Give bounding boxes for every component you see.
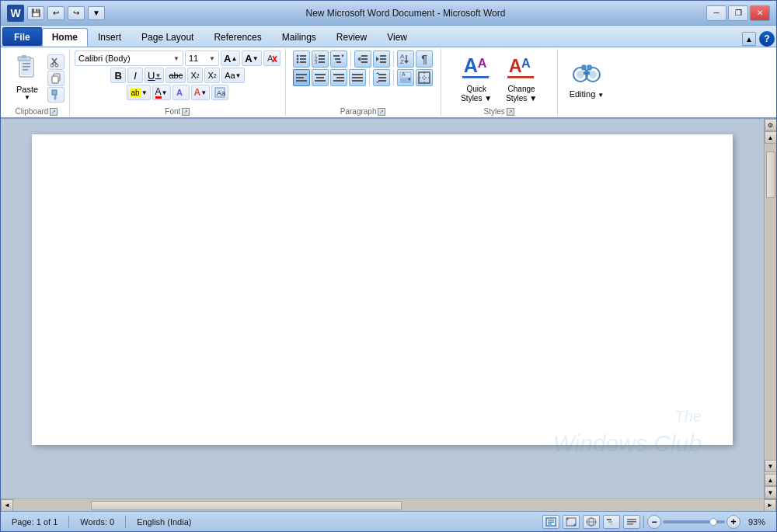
subscript-button[interactable]: X2	[187, 68, 203, 83]
h-scroll-track[interactable]	[13, 500, 764, 511]
borders-button[interactable]	[416, 69, 433, 86]
format-painter-button[interactable]	[47, 87, 64, 103]
show-hide-button[interactable]: ¶	[416, 50, 433, 68]
vertical-scrollbar: ⚙ ▲ ▼ ▲ ▼	[764, 119, 776, 499]
editing-button[interactable]: Editing ▼	[563, 54, 611, 103]
superscript-button[interactable]: X2	[204, 68, 220, 83]
align-left-button[interactable]	[293, 69, 310, 86]
tab-review[interactable]: Review	[326, 28, 377, 47]
decrease-indent-button[interactable]	[354, 50, 371, 68]
h-scroll-thumb[interactable]	[91, 501, 402, 510]
svg-rect-42	[380, 55, 386, 57]
svg-rect-1	[21, 60, 32, 75]
qat-redo-button[interactable]: ↪	[68, 6, 85, 20]
strikethrough-button[interactable]: abc	[166, 68, 186, 83]
print-layout-button[interactable]	[542, 515, 559, 529]
word-count[interactable]: Words: 0	[75, 516, 119, 528]
tab-references[interactable]: References	[204, 28, 271, 47]
change-case-button[interactable]: Aa▼	[221, 68, 244, 83]
styles-group: A A Quick Styles ▼ A A	[441, 49, 558, 116]
draft-button[interactable]	[623, 515, 640, 529]
scroll-up-button[interactable]: ▲	[765, 131, 777, 144]
web-layout-button[interactable]	[583, 515, 600, 529]
document-area[interactable]: The Windows Club	[1, 119, 764, 499]
change-styles-button[interactable]: A A Change Styles ▼	[500, 51, 542, 106]
svg-point-23	[297, 58, 299, 61]
zoom-level[interactable]: 93%	[744, 516, 770, 528]
restore-button[interactable]: ❐	[728, 5, 748, 21]
tab-file[interactable]: File	[2, 27, 42, 46]
svg-marker-92	[573, 523, 576, 526]
font-expand-button[interactable]: ↗	[182, 108, 190, 116]
scroll-widget-button[interactable]: ⚙	[765, 119, 777, 131]
cut-button[interactable]	[47, 54, 64, 70]
scroll-next-page-button[interactable]: ▼	[765, 486, 777, 499]
italic-button[interactable]: I	[127, 68, 143, 83]
svg-rect-84	[582, 65, 586, 70]
tab-insert[interactable]: Insert	[88, 28, 131, 47]
sort-button[interactable]: A Z	[397, 50, 414, 68]
zoom-track[interactable]	[663, 520, 725, 523]
zoom-in-button[interactable]: +	[726, 515, 740, 529]
outline-button[interactable]	[603, 515, 620, 529]
font-size-combo[interactable]: 11 ▼	[185, 50, 219, 66]
styles-expand-button[interactable]: ↗	[507, 108, 514, 116]
svg-marker-91	[566, 518, 570, 521]
qat-customize-button[interactable]: ▼	[88, 6, 105, 20]
minimize-button[interactable]: ─	[706, 5, 726, 21]
editing-group: Editing ▼	[558, 49, 616, 116]
svg-rect-24	[300, 58, 306, 60]
text-highlight-button[interactable]: ab ▼	[127, 85, 151, 100]
scroll-left-button[interactable]: ◄	[1, 499, 13, 512]
scroll-down-button[interactable]: ▼	[765, 460, 777, 472]
paste-button[interactable]: Paste ▼	[9, 51, 46, 105]
scroll-track[interactable]	[765, 144, 776, 460]
align-right-button[interactable]	[330, 69, 347, 86]
scroll-prev-page-button[interactable]: ▲	[765, 474, 777, 486]
svg-text:3.: 3.	[315, 60, 319, 64]
line-spacing-button[interactable]	[373, 69, 390, 86]
page-info[interactable]: Page: 1 of 1	[7, 516, 62, 528]
numbering-button[interactable]: 1. 2. 3.	[312, 50, 329, 68]
font-color-button[interactable]: A ▼	[152, 85, 171, 100]
svg-rect-33	[333, 55, 340, 57]
grow-font-button[interactable]: A▲	[221, 50, 240, 66]
paragraph-expand-button[interactable]: ↗	[378, 108, 385, 116]
svg-text:Aa: Aa	[217, 89, 225, 97]
tab-home[interactable]: Home	[42, 28, 88, 47]
help-button[interactable]: ?	[759, 31, 775, 47]
copy-button[interactable]	[47, 71, 64, 86]
shading-para-button[interactable]: A ▼	[397, 69, 414, 86]
bold-button[interactable]: B	[110, 68, 126, 83]
scroll-right-button[interactable]: ►	[764, 499, 776, 512]
clipboard-expand-button[interactable]: ↗	[50, 108, 57, 116]
increase-indent-button[interactable]	[373, 50, 390, 68]
zoom-out-button[interactable]: −	[647, 515, 661, 529]
justify-button[interactable]	[349, 69, 366, 86]
qat-undo-button[interactable]: ↩	[47, 6, 64, 20]
scroll-thumb[interactable]	[766, 151, 775, 198]
text-effects-button[interactable]: A	[172, 85, 190, 100]
shrink-font-button[interactable]: A▼	[242, 50, 261, 66]
bullets-button[interactable]	[293, 50, 310, 68]
document-page[interactable]	[32, 134, 733, 445]
font-name-combo[interactable]: Calibri (Body) ▼	[75, 50, 183, 66]
tab-mailings[interactable]: Mailings	[272, 28, 326, 47]
ribbon-collapse-button[interactable]: ▲	[742, 32, 756, 46]
svg-rect-56	[336, 77, 344, 78]
zoom-thumb[interactable]	[709, 518, 717, 526]
language-info[interactable]: English (India)	[132, 516, 196, 528]
close-button[interactable]: ✕	[750, 5, 770, 21]
full-screen-button[interactable]	[563, 515, 580, 529]
quick-styles-button[interactable]: A A Quick Styles ▼	[455, 51, 497, 106]
font-color2-button[interactable]: A ▼	[191, 85, 211, 100]
shading-button[interactable]: Aa	[211, 85, 228, 100]
clear-formatting-button[interactable]: A	[263, 50, 280, 66]
tab-view[interactable]: View	[377, 28, 417, 47]
tab-page-layout[interactable]: Page Layout	[131, 28, 204, 47]
align-center-button[interactable]	[312, 69, 329, 86]
multilevel-list-button[interactable]: ▼	[330, 50, 347, 68]
svg-rect-44	[380, 61, 386, 63]
underline-button[interactable]: U ▼	[145, 68, 164, 83]
qat-save-button[interactable]: 💾	[27, 6, 44, 20]
